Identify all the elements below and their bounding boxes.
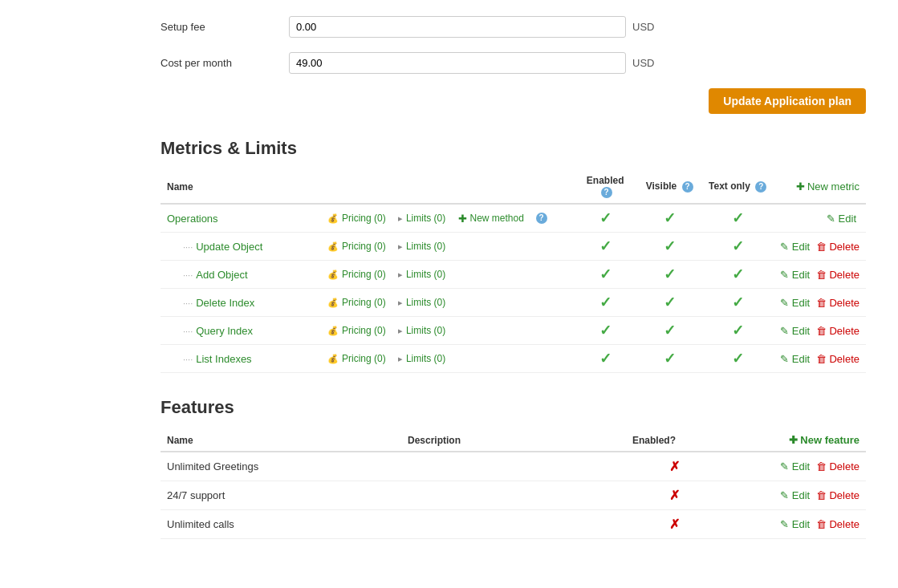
- check-text-only: ✓: [732, 351, 744, 367]
- pricing-icon: 💰: [327, 298, 339, 308]
- col-header-name: Name: [161, 170, 321, 204]
- limits-link[interactable]: Limits (0): [406, 241, 445, 252]
- visible-help-icon[interactable]: ?: [682, 181, 693, 193]
- feature-edit-link[interactable]: ✎ Edit: [780, 518, 810, 530]
- text-only-cell: ✓: [701, 261, 774, 289]
- pricing-link[interactable]: Pricing (0): [342, 297, 386, 308]
- check-text-only: ✓: [732, 210, 744, 226]
- plus-icon-feature: ✚: [789, 434, 801, 446]
- text-only-help-icon[interactable]: ?: [755, 181, 766, 193]
- col-header-actions: [321, 170, 573, 204]
- table-row: ····Add Object💰Pricing (0) ▸Limits (0)✓✓…: [161, 261, 866, 289]
- check-text-only: ✓: [732, 266, 744, 282]
- edit-link[interactable]: ✎ Edit: [780, 241, 810, 253]
- pricing-link[interactable]: Pricing (0): [342, 353, 386, 364]
- new-feature-button[interactable]: ✚ New feature: [789, 434, 859, 446]
- visible-cell: ✓: [637, 261, 701, 289]
- edit-link[interactable]: ✎ Edit: [780, 269, 810, 281]
- method-help-icon[interactable]: ?: [536, 213, 547, 224]
- x-feature: ✗: [669, 517, 680, 531]
- plus-method-icon: ✚: [458, 213, 467, 225]
- limits-link[interactable]: Limits (0): [406, 325, 445, 336]
- feature-name: Unlimited calls: [161, 510, 401, 539]
- check-visible: ✓: [664, 351, 676, 367]
- edit-delete-cell: ✎ Edit 🗑 Delete: [774, 345, 866, 373]
- feature-description: [401, 481, 626, 510]
- limits-icon: ▸: [398, 213, 403, 224]
- table-row: Unlimited Greetings✗✎ Edit 🗑 Delete: [161, 452, 866, 481]
- table-row: ····List Indexes💰Pricing (0) ▸Limits (0)…: [161, 345, 866, 373]
- enabled-help-icon[interactable]: ?: [601, 187, 612, 198]
- pricing-link[interactable]: Pricing (0): [342, 325, 386, 336]
- delete-link[interactable]: 🗑 Delete: [816, 297, 859, 309]
- col-header-new-metric: ✚New metric: [774, 170, 866, 204]
- cost-per-month-input[interactable]: [289, 52, 626, 74]
- delete-link[interactable]: 🗑 Delete: [816, 325, 859, 337]
- delete-link[interactable]: 🗑 Delete: [816, 353, 859, 365]
- features-col-name: Name: [161, 429, 401, 452]
- metric-name-link[interactable]: Operations: [167, 213, 218, 225]
- features-col-enabled: Enabled?: [626, 429, 722, 452]
- table-row: Unlimited calls✗✎ Edit 🗑 Delete: [161, 510, 866, 539]
- limits-icon: ▸: [398, 298, 403, 308]
- check-visible: ✓: [664, 322, 676, 339]
- limits-link[interactable]: Limits (0): [406, 297, 445, 308]
- table-row: 24/7 support✗✎ Edit 🗑 Delete: [161, 481, 866, 510]
- pricing-icon: 💰: [327, 326, 339, 336]
- edit-link[interactable]: ✎ Edit: [827, 213, 856, 225]
- metric-name-link[interactable]: Add Object: [196, 269, 247, 281]
- setup-fee-currency: USD: [632, 21, 654, 33]
- visible-cell: ✓: [637, 204, 701, 233]
- metric-name-link[interactable]: Query Index: [196, 325, 253, 337]
- feature-name: 24/7 support: [161, 481, 401, 510]
- check-visible: ✓: [664, 210, 676, 226]
- metric-name-link[interactable]: Update Object: [196, 241, 262, 253]
- edit-link[interactable]: ✎ Edit: [780, 353, 810, 365]
- delete-link[interactable]: 🗑 Delete: [816, 241, 859, 253]
- pricing-link[interactable]: Pricing (0): [342, 269, 386, 280]
- edit-link[interactable]: ✎ Edit: [780, 325, 810, 337]
- feature-edit-link[interactable]: ✎ Edit: [780, 460, 810, 472]
- feature-delete-link[interactable]: 🗑 Delete: [816, 460, 859, 472]
- visible-cell: ✓: [637, 345, 701, 373]
- delete-link[interactable]: 🗑 Delete: [816, 269, 859, 281]
- new-metric-button[interactable]: ✚New metric: [796, 180, 859, 193]
- table-row: ····Query Index💰Pricing (0) ▸Limits (0)✓…: [161, 317, 866, 345]
- pricing-icon: 💰: [327, 270, 339, 280]
- pricing-link[interactable]: Pricing (0): [342, 213, 386, 224]
- feature-delete-link[interactable]: 🗑 Delete: [816, 518, 859, 530]
- edit-delete-cell: ✎ Edit: [774, 204, 866, 233]
- feature-actions-cell: ✎ Edit 🗑 Delete: [722, 481, 866, 510]
- enabled-cell: ✓: [573, 204, 637, 233]
- edit-delete-cell: ✎ Edit 🗑 Delete: [774, 233, 866, 261]
- table-row: ····Update Object💰Pricing (0) ▸Limits (0…: [161, 233, 866, 261]
- enabled-cell: ✓: [573, 317, 637, 345]
- enabled-cell: ✓: [573, 289, 637, 317]
- edit-link[interactable]: ✎ Edit: [780, 297, 810, 309]
- feature-delete-link[interactable]: 🗑 Delete: [816, 489, 859, 501]
- enabled-cell: ✓: [573, 345, 637, 373]
- col-header-text-only: Text only ?: [701, 170, 774, 204]
- pricing-link[interactable]: Pricing (0): [342, 241, 386, 252]
- text-only-cell: ✓: [701, 317, 774, 345]
- sub-indicator: ····: [183, 298, 193, 308]
- enabled-cell: ✓: [573, 261, 637, 289]
- metric-name-link[interactable]: List Indexes: [196, 353, 251, 365]
- metric-name-link[interactable]: Delete Index: [196, 297, 254, 309]
- new-method-link[interactable]: New method: [470, 213, 524, 224]
- update-application-plan-button[interactable]: Update Application plan: [709, 88, 866, 114]
- metrics-table: Name Enabled ? Visible ? Text only ? ✚Ne…: [161, 170, 866, 373]
- feature-edit-link[interactable]: ✎ Edit: [780, 489, 810, 501]
- check-visible: ✓: [664, 294, 676, 310]
- text-only-cell: ✓: [701, 233, 774, 261]
- pricing-icon: 💰: [327, 213, 339, 224]
- limits-link[interactable]: Limits (0): [406, 213, 445, 224]
- sub-indicator: ····: [183, 270, 193, 280]
- feature-description: [401, 510, 626, 539]
- setup-fee-input[interactable]: [289, 16, 626, 38]
- check-enabled: ✓: [599, 238, 612, 254]
- limits-link[interactable]: Limits (0): [406, 353, 445, 364]
- limits-link[interactable]: Limits (0): [406, 269, 445, 280]
- sub-indicator: ····: [183, 326, 193, 336]
- col-header-enabled: Enabled ?: [573, 170, 637, 204]
